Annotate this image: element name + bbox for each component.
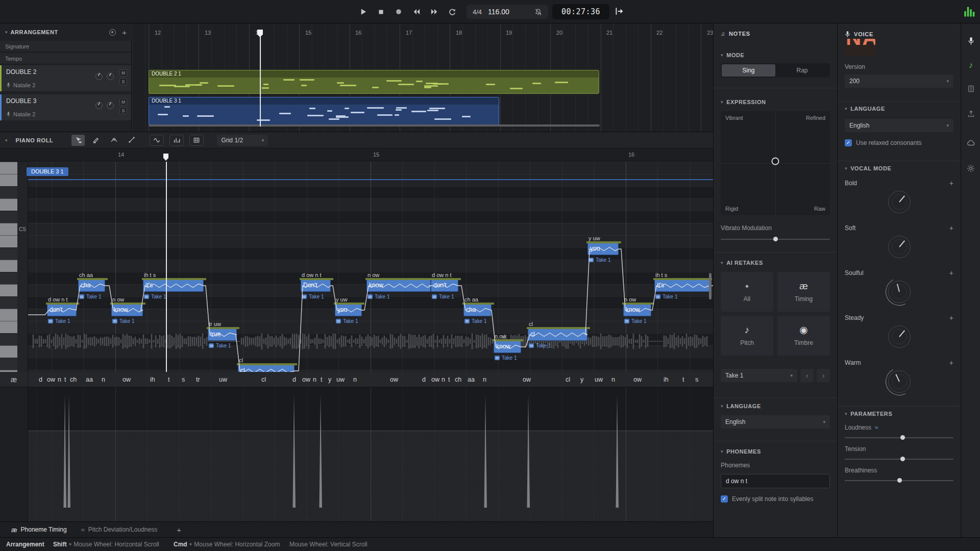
vocal-mode-knob[interactable] (888, 370, 911, 393)
tempo-row[interactable]: Tempo (0, 53, 131, 64)
add-track-button[interactable]: + (122, 28, 127, 37)
piano-keys[interactable] (0, 162, 17, 372)
note[interactable]: y uw you Take 1 (335, 304, 362, 316)
language-select[interactable]: English ▾ (721, 415, 830, 429)
phoneme-token[interactable]: n (442, 372, 445, 387)
volume-knob[interactable] (95, 102, 103, 109)
phoneme-token[interactable]: cl (566, 372, 570, 387)
note-lyric[interactable]: know (367, 280, 430, 291)
checkbox-checked-icon[interactable]: ✓ (721, 495, 728, 503)
fast-forward-button[interactable] (430, 7, 439, 16)
collapse-chevron-icon[interactable]: ▾ (5, 138, 8, 143)
note[interactable]: cl cl Take 1 (528, 329, 587, 341)
phoneme-token[interactable]: y (580, 372, 583, 387)
vocal-mode-knob[interactable] (888, 236, 911, 258)
note[interactable]: tr uw true Take 1 (208, 329, 237, 341)
parameter-curves-area[interactable] (0, 387, 713, 521)
note[interactable]: n ow know Take 1 (111, 304, 143, 316)
piano-roll-canvas[interactable]: C5C4 ch aa cha Take 1 ih t s it's Take 1… (0, 162, 713, 372)
phoneme-token[interactable]: t (64, 372, 66, 387)
note[interactable]: d ow n t don't Take 1 (431, 280, 458, 292)
note-phoneme[interactable]: n ow (368, 272, 379, 278)
phoneme-token[interactable]: ow (523, 372, 531, 387)
note-phoneme[interactable]: ih t s (144, 272, 156, 278)
prev-take-button[interactable]: ‹ (800, 369, 814, 382)
phoneme-token[interactable]: ow (431, 372, 439, 387)
language-section-header[interactable]: ▾ LANGUAGE (721, 403, 830, 409)
phoneme-token[interactable]: d (292, 372, 296, 387)
phoneme-token[interactable]: t (682, 372, 684, 387)
rewind-button[interactable] (412, 7, 421, 16)
pan-knob[interactable] (107, 102, 114, 109)
note[interactable]: ih t s it's Take 1 (143, 280, 204, 292)
version-select[interactable]: 200 ▾ (845, 74, 953, 88)
retake-button[interactable]: æ Timing (777, 272, 830, 312)
note-phoneme[interactable]: cl (529, 321, 533, 327)
loudness-bars-toggle[interactable] (169, 135, 184, 146)
note-lyric[interactable]: cha (79, 280, 105, 291)
note-lyric[interactable]: it's (143, 280, 203, 291)
record-arm-icon[interactable] (109, 29, 116, 36)
retake-button[interactable]: ♪ Pitch (721, 316, 773, 356)
retake-button[interactable]: ◉ Timbre (777, 316, 830, 356)
library-tab-icon[interactable] (961, 85, 980, 93)
note-lyric[interactable]: know (112, 305, 142, 315)
loop-button[interactable] (448, 7, 457, 16)
add-vocal-mode-button[interactable]: + (949, 359, 953, 367)
phoneme-token[interactable]: ow (47, 372, 55, 387)
pitch-curve[interactable] (28, 162, 713, 372)
clip-double2[interactable]: DOUBLE 2 1 (149, 70, 599, 94)
export-tab-icon[interactable] (961, 110, 980, 118)
bottom-tab[interactable]: ≈ Pitch Deviation/Loudness (74, 522, 165, 537)
note-lyric[interactable]: know (624, 305, 651, 315)
note[interactable]: d ow n t don't Take 1 (47, 304, 77, 316)
note-lyric[interactable]: true (208, 329, 236, 340)
clip-double3[interactable]: DOUBLE 3 1 (149, 97, 499, 125)
note-phoneme[interactable]: ch aa (79, 272, 93, 278)
vocal-mode-knob[interactable] (888, 191, 911, 213)
phoneme-token[interactable]: n (353, 372, 357, 387)
retake-button[interactable]: ⋆ All (721, 272, 773, 312)
take-badge[interactable]: Take 1 (589, 257, 610, 263)
voice-tab-icon[interactable] (961, 37, 980, 45)
track-row-double3[interactable]: DOUBLE 3 Natalie 2 MS (0, 94, 131, 120)
vocal-mode-knob[interactable] (888, 325, 911, 348)
phoneme-token[interactable]: t (168, 372, 169, 387)
note-phoneme[interactable]: d ow n t (302, 272, 322, 278)
note[interactable]: ih t s it's Take 1 (654, 280, 709, 292)
next-take-button[interactable]: › (817, 369, 830, 382)
note-phoneme[interactable]: ch aa (464, 296, 478, 303)
note-phoneme[interactable]: tr uw (209, 321, 221, 327)
phoneme-token[interactable]: n (611, 372, 615, 387)
phoneme-token[interactable]: y (328, 372, 331, 387)
mute-button[interactable]: M (119, 98, 127, 106)
take-badge[interactable]: Take 1 (336, 318, 358, 324)
piano-roll-ruler[interactable]: 141516 (0, 148, 713, 162)
notes-tab-icon[interactable]: ♪ (961, 60, 980, 70)
curves-canvas[interactable] (28, 387, 713, 521)
take-badge[interactable]: Take 1 (112, 318, 134, 324)
select-note-tool[interactable] (71, 135, 85, 146)
grid-panel-toggle[interactable] (189, 135, 204, 146)
phoneme-token[interactable]: t (321, 372, 322, 387)
expression-xy-pad[interactable]: Vibrant Refined Rigid Raw (721, 111, 830, 215)
note[interactable]: ch aa cha Take 1 (78, 280, 105, 292)
play-button[interactable] (358, 7, 368, 16)
take-badge[interactable]: Take 1 (495, 355, 517, 361)
note-lyric[interactable]: it's (655, 280, 709, 291)
take-select[interactable]: Take 1 ▾ (721, 369, 797, 382)
phoneme-token[interactable]: s (695, 372, 698, 387)
phoneme-token[interactable]: d (39, 372, 42, 387)
horizontal-scrollbar[interactable] (149, 124, 600, 127)
follow-playhead-icon[interactable] (615, 7, 624, 16)
stop-button[interactable] (376, 7, 385, 16)
phoneme-token[interactable]: ow (302, 372, 310, 387)
expression-section-header[interactable]: ▾ EXPRESSION (721, 99, 830, 105)
record-button[interactable] (394, 7, 403, 16)
note[interactable]: n ow know Take 1 (494, 341, 521, 353)
vibrato-slider[interactable] (721, 239, 830, 240)
track-row-double2[interactable]: DOUBLE 2 Natalie 2 MS (0, 65, 131, 91)
note-lyric[interactable]: cl (238, 365, 294, 372)
note-lyric[interactable]: don't (47, 305, 76, 315)
phoneme-token[interactable]: tr (196, 372, 200, 387)
